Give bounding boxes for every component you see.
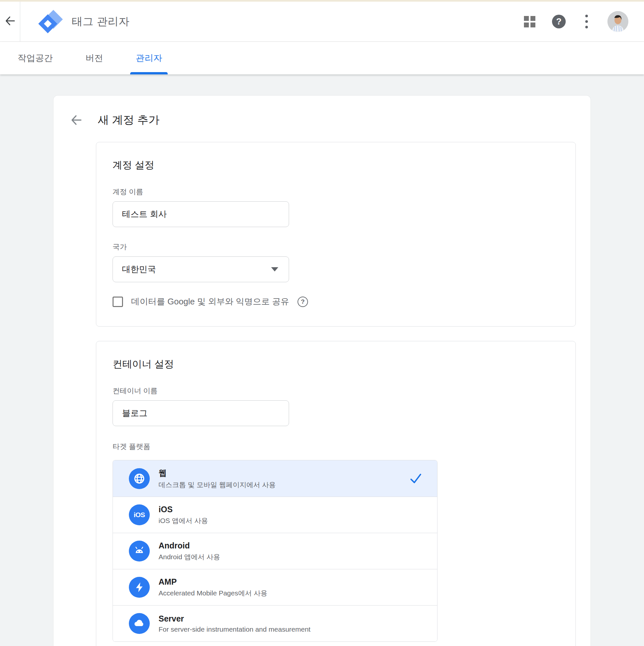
share-data-checkbox[interactable]	[113, 297, 123, 307]
platform-desc: iOS 앱에서 사용	[158, 516, 437, 525]
share-data-label: 데이터를 Google 및 외부와 익명으로 공유	[131, 296, 289, 307]
platform-desc: 데스크톱 및 모바일 웹페이지에서 사용	[158, 480, 409, 490]
platform-name: Android	[158, 541, 437, 550]
page-title: 새 계정 추가	[98, 113, 159, 128]
platform-name: 웹	[158, 467, 409, 478]
country-selected-value: 대한민국	[122, 263, 271, 275]
amp-icon	[129, 577, 150, 598]
platform-row-amp[interactable]: AMP Accelerated Mobile Pages에서 사용	[113, 569, 437, 605]
chevron-down-icon	[271, 267, 278, 272]
platform-row-android[interactable]: Android Android 앱에서 사용	[113, 533, 437, 569]
header-back-button[interactable]	[0, 2, 20, 41]
help-icon[interactable]: ?	[552, 15, 566, 28]
card-back-button[interactable]	[70, 114, 83, 127]
more-options-icon[interactable]	[583, 13, 591, 30]
target-platform-list: 웹 데스크톱 및 모바일 웹페이지에서 사용 iOS iOS iOS 앱에서 사…	[113, 460, 437, 642]
share-data-help-icon[interactable]: ?	[298, 297, 308, 307]
apps-grid-icon[interactable]	[524, 16, 535, 27]
add-account-card: 새 계정 추가 계정 설정 계정 이름 국가 대한민국 데이터를 Google …	[53, 95, 591, 646]
platform-name: iOS	[158, 505, 437, 514]
container-section-title: 컨테이너 설정	[113, 357, 559, 371]
platform-desc: For server-side instrumentation and meas…	[158, 626, 437, 633]
country-select[interactable]: 대한민국	[113, 256, 289, 282]
country-label: 국가	[113, 242, 559, 252]
globe-icon	[129, 468, 150, 489]
app-title: 태그 관리자	[72, 14, 129, 29]
platform-row-web[interactable]: 웹 데스크톱 및 모바일 웹페이지에서 사용	[113, 460, 437, 497]
page-background: 새 계정 추가 계정 설정 계정 이름 국가 대한민국 데이터를 Google …	[0, 74, 644, 646]
platform-name: AMP	[158, 577, 437, 586]
user-avatar[interactable]	[608, 11, 628, 32]
container-settings-section: 컨테이너 설정 컨테이너 이름 타겟 플랫폼 웹 데스크톱 및 모	[96, 341, 576, 646]
ios-icon: iOS	[129, 505, 150, 525]
account-section-title: 계정 설정	[113, 158, 559, 172]
tab-workspace[interactable]: 작업공간	[18, 42, 53, 74]
account-settings-section: 계정 설정 계정 이름 국가 대한민국 데이터를 Google 및 외부와 익명…	[96, 142, 576, 327]
android-icon	[129, 541, 150, 561]
platform-row-server[interactable]: Server For server-side instrumentation a…	[113, 605, 437, 641]
target-platform-label: 타겟 플랫폼	[113, 442, 559, 451]
primary-tabbar: 작업공간 버전 관리자	[0, 42, 644, 74]
platform-row-ios[interactable]: iOS iOS iOS 앱에서 사용	[113, 497, 437, 533]
app-header: 태그 관리자 ?	[0, 2, 644, 42]
tab-versions[interactable]: 버전	[86, 42, 103, 74]
container-name-input[interactable]	[113, 400, 289, 426]
back-arrow-icon	[5, 15, 16, 28]
account-name-input[interactable]	[113, 201, 289, 227]
tag-manager-logo-icon	[37, 8, 64, 35]
cloud-icon	[129, 613, 150, 634]
account-name-label: 계정 이름	[113, 187, 559, 197]
tab-admin[interactable]: 관리자	[136, 42, 162, 74]
platform-desc: Android 앱에서 사용	[158, 552, 437, 561]
back-arrow-icon	[70, 114, 83, 126]
selected-check-icon	[409, 471, 423, 486]
platform-desc: Accelerated Mobile Pages에서 사용	[158, 588, 437, 598]
container-name-label: 컨테이너 이름	[113, 386, 559, 396]
platform-name: Server	[158, 614, 437, 624]
